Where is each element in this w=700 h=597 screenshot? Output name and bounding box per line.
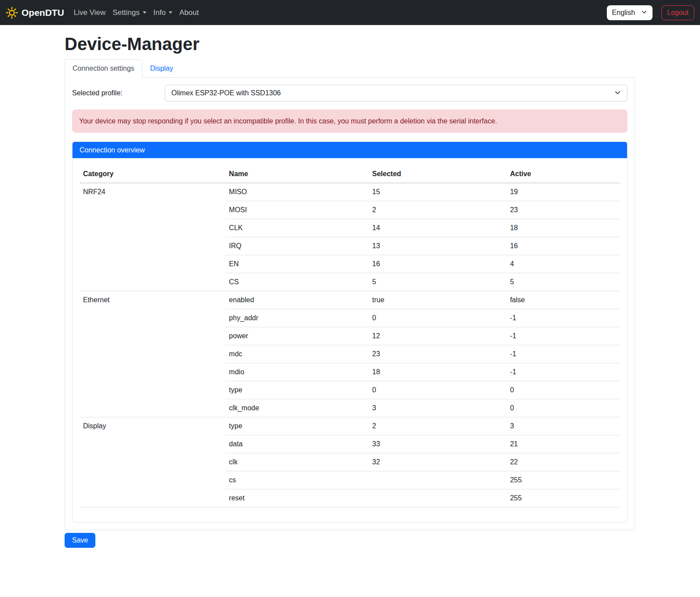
table-header: CategoryNameSelectedActive — [80, 165, 620, 183]
selected-cell: true — [369, 291, 507, 309]
active-cell: 23 — [507, 201, 620, 219]
name-cell: power — [225, 327, 369, 345]
profile-select-value: Olimex ESP32-POE with SSD1306 — [171, 89, 281, 97]
active-cell: -1 — [507, 309, 620, 327]
tab-display[interactable]: Display — [142, 59, 181, 78]
active-cell: 255 — [507, 471, 620, 489]
name-cell: phy_addr — [225, 309, 369, 327]
selected-cell — [369, 471, 507, 489]
tab-bar: Connection settingsDisplay — [65, 59, 635, 78]
active-cell: -1 — [507, 345, 620, 363]
connection-overview-body: CategoryNameSelectedActive NRF24MISO1519… — [73, 158, 627, 522]
name-cell: cs — [225, 471, 369, 489]
column-header-selected: Selected — [369, 165, 507, 183]
name-cell: mdc — [225, 345, 369, 363]
logout-button[interactable]: Logout — [661, 5, 694, 20]
active-cell: -1 — [507, 363, 620, 381]
chevron-down-icon — [143, 11, 146, 14]
profile-select[interactable]: Olimex ESP32-POE with SSD1306 — [165, 85, 627, 101]
active-cell: 4 — [507, 255, 620, 273]
navbar: OpenDTU Live ViewSettingsInfoAbout Engli… — [0, 0, 700, 25]
name-cell: data — [225, 435, 369, 453]
selected-cell: 15 — [369, 183, 507, 201]
name-cell: reset — [225, 489, 369, 507]
sun-icon — [6, 7, 18, 19]
name-cell: IRQ — [225, 237, 369, 255]
selected-cell: 0 — [369, 309, 507, 327]
chevron-down-icon — [641, 9, 647, 17]
active-cell: 0 — [507, 399, 620, 417]
name-cell: type — [225, 381, 369, 399]
nav-item-live-view[interactable]: Live View — [74, 8, 105, 17]
connection-overview-header: Connection overview — [73, 142, 627, 158]
language-select[interactable]: English — [607, 5, 653, 20]
table-row: Ethernetenabledtruefalse — [80, 291, 620, 309]
nav-item-about[interactable]: About — [179, 8, 199, 17]
page-title: Device-Manager — [65, 34, 635, 54]
language-select-value: English — [612, 9, 635, 17]
name-cell: CLK — [225, 219, 369, 237]
selected-cell: 2 — [369, 417, 507, 435]
brand-link[interactable]: OpenDTU — [6, 7, 64, 19]
profile-label: Selected profile: — [72, 89, 165, 97]
selected-cell: 3 — [369, 399, 507, 417]
column-header-category: Category — [80, 165, 225, 183]
active-cell: 255 — [507, 489, 620, 507]
selected-cell: 32 — [369, 453, 507, 471]
table-row: Displaytype23 — [80, 417, 620, 435]
column-header-name: Name — [225, 165, 369, 183]
active-cell: -1 — [507, 327, 620, 345]
active-cell: false — [507, 291, 620, 309]
column-header-active: Active — [507, 165, 620, 183]
nav-item-info[interactable]: Info — [153, 8, 172, 17]
tab-connection-settings[interactable]: Connection settings — [65, 59, 142, 78]
selected-cell: 33 — [369, 435, 507, 453]
connection-overview-card: Connection overview CategoryNameSelected… — [72, 141, 627, 523]
selected-cell: 5 — [369, 273, 507, 291]
navbar-menu: Live ViewSettingsInfoAbout — [74, 8, 199, 17]
nav-item-settings[interactable]: Settings — [112, 8, 146, 17]
selected-cell: 14 — [369, 219, 507, 237]
name-cell: CS — [225, 273, 369, 291]
selected-cell: 0 — [369, 381, 507, 399]
active-cell: 0 — [507, 381, 620, 399]
main-content: Device-Manager Connection settingsDispla… — [65, 34, 635, 548]
name-cell: MISO — [225, 183, 369, 201]
chevron-down-icon — [169, 11, 172, 14]
connection-overview-table: CategoryNameSelectedActive NRF24MISO1519… — [80, 165, 620, 507]
save-button[interactable]: Save — [65, 533, 95, 548]
navbar-right: English Logout — [607, 5, 694, 20]
table-row: NRF24MISO1519 — [80, 183, 620, 201]
selected-cell: 12 — [369, 327, 507, 345]
active-cell: 5 — [507, 273, 620, 291]
category-cell-display: Display — [80, 417, 225, 507]
name-cell: MOSI — [225, 201, 369, 219]
name-cell: mdio — [225, 363, 369, 381]
selected-cell: 13 — [369, 237, 507, 255]
selected-cell: 16 — [369, 255, 507, 273]
selected-cell: 18 — [369, 363, 507, 381]
name-cell: enabled — [225, 291, 369, 309]
active-cell: 19 — [507, 183, 620, 201]
connection-settings-panel: Selected profile: Olimex ESP32-POE with … — [65, 78, 635, 530]
category-cell-nrf24: NRF24 — [80, 183, 225, 291]
name-cell: clk_mode — [225, 399, 369, 417]
name-cell: clk — [225, 453, 369, 471]
brand-label: OpenDTU — [22, 7, 64, 18]
selected-cell: 23 — [369, 345, 507, 363]
name-cell: EN — [225, 255, 369, 273]
profile-row: Selected profile: Olimex ESP32-POE with … — [72, 85, 627, 101]
incompatible-profile-alert: Your device may stop responding if you s… — [72, 109, 627, 133]
active-cell: 16 — [507, 237, 620, 255]
category-cell-ethernet: Ethernet — [80, 291, 225, 417]
active-cell: 21 — [507, 435, 620, 453]
name-cell: type — [225, 417, 369, 435]
active-cell: 22 — [507, 453, 620, 471]
selected-cell — [369, 489, 507, 507]
active-cell: 18 — [507, 219, 620, 237]
selected-cell: 2 — [369, 201, 507, 219]
chevron-down-icon — [614, 89, 621, 98]
active-cell: 3 — [507, 417, 620, 435]
